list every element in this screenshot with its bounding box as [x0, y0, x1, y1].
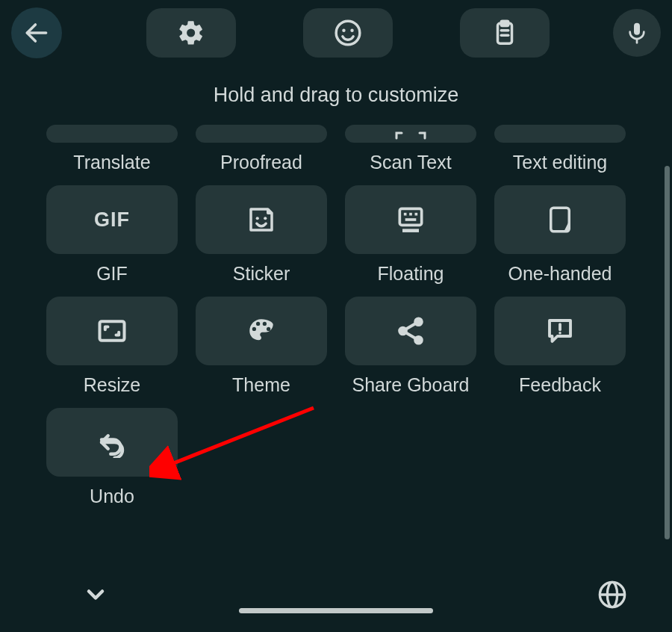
cell-theme: Theme	[194, 297, 329, 396]
svg-point-25	[559, 332, 561, 335]
grid-row: Undo	[45, 408, 627, 507]
bottom-bar	[0, 565, 672, 632]
tile-feedback[interactable]	[494, 297, 626, 365]
scrollbar[interactable]	[665, 166, 670, 539]
svg-point-2	[342, 29, 345, 32]
cell-share-gboard: Share Gboard	[343, 297, 478, 396]
language-button[interactable]	[597, 580, 627, 610]
svg-point-9	[256, 217, 259, 220]
theme-icon	[246, 315, 277, 347]
undo-icon	[96, 427, 128, 458]
svg-point-21	[415, 337, 422, 344]
tile-floating[interactable]	[345, 185, 476, 254]
svg-rect-11	[399, 208, 421, 225]
svg-point-1	[336, 21, 360, 45]
svg-rect-18	[100, 321, 125, 341]
tile-sticker[interactable]	[196, 185, 327, 254]
cell-scan-text: Scan Text	[343, 125, 478, 173]
tile-translate[interactable]	[46, 125, 178, 143]
settings-button[interactable]	[146, 8, 236, 58]
cell-translate: Translate	[45, 125, 179, 173]
svg-rect-5	[501, 21, 508, 25]
tile-share-gboard[interactable]	[345, 297, 476, 365]
hint-text: Hold and drag to customize	[0, 84, 672, 107]
feedback-icon	[544, 315, 576, 347]
top-actions-row	[146, 8, 592, 58]
cell-one-handed: One-handed	[493, 185, 627, 285]
chevron-down-icon	[82, 581, 109, 608]
grid-row: Resize Theme Share Gboard	[45, 297, 627, 396]
cell-floating: Floating	[343, 185, 478, 285]
tile-resize[interactable]	[46, 297, 178, 365]
svg-line-22	[405, 323, 415, 329]
cell-proofread: Proofread	[194, 125, 329, 173]
tile-theme[interactable]	[196, 297, 327, 365]
tile-gif[interactable]: GIF	[46, 185, 178, 254]
gear-icon	[177, 19, 205, 47]
scan-text-icon	[394, 131, 427, 141]
clipboard-icon	[491, 19, 519, 47]
back-button[interactable]	[11, 7, 62, 58]
cell-gif: GIF GIF	[45, 185, 179, 285]
tile-label: Theme	[232, 374, 290, 396]
svg-point-3	[350, 29, 353, 32]
tile-text-editing[interactable]	[494, 125, 626, 143]
back-arrow-icon	[22, 19, 51, 47]
tile-proofread[interactable]	[196, 125, 327, 143]
svg-point-10	[264, 217, 267, 220]
grid-row: Translate Proofread Scan Text Text editi…	[45, 125, 627, 173]
share-icon	[395, 315, 426, 347]
cell-text-editing: Text editing	[493, 125, 627, 173]
cell-feedback: Feedback	[493, 297, 627, 396]
mic-icon	[625, 21, 649, 45]
svg-line-23	[405, 332, 415, 338]
globe-icon	[597, 580, 627, 610]
nav-handle[interactable]	[239, 608, 433, 613]
cell-undo: Undo	[45, 408, 179, 507]
mic-button[interactable]	[613, 9, 661, 57]
tile-label: Sticker	[233, 263, 290, 285]
clipboard-button[interactable]	[460, 8, 550, 58]
tile-label: Resize	[84, 374, 140, 396]
cell-resize: Resize	[45, 297, 179, 396]
tile-one-handed[interactable]	[494, 185, 626, 254]
tile-label: GIF	[96, 263, 128, 285]
grid-row: GIF GIF Sticker	[45, 185, 627, 285]
emoji-icon	[334, 19, 362, 47]
tile-label: Proofread	[220, 152, 302, 173]
svg-point-19	[415, 318, 422, 325]
tile-undo[interactable]	[46, 408, 178, 477]
shortcut-grid: Translate Proofread Scan Text Text editi…	[0, 120, 672, 507]
tile-label: Share Gboard	[352, 374, 469, 396]
one-handed-icon	[544, 204, 576, 235]
tile-label: Floating	[378, 263, 444, 285]
gif-icon: GIF	[94, 208, 130, 232]
tile-scan-text[interactable]	[345, 125, 476, 143]
sticker-icon	[246, 204, 277, 235]
tile-label: Text editing	[513, 152, 607, 173]
tile-label: Scan Text	[370, 152, 451, 173]
tile-label: Undo	[90, 486, 134, 507]
svg-point-20	[399, 328, 406, 335]
collapse-button[interactable]	[82, 581, 109, 608]
tile-label: One-handed	[508, 263, 612, 285]
emoji-button[interactable]	[303, 8, 393, 58]
resize-icon	[96, 315, 128, 347]
floating-icon	[394, 203, 427, 236]
top-bar	[0, 0, 672, 66]
tile-label: Feedback	[519, 374, 601, 396]
tile-label: Translate	[73, 152, 150, 173]
cell-sticker: Sticker	[194, 185, 329, 285]
